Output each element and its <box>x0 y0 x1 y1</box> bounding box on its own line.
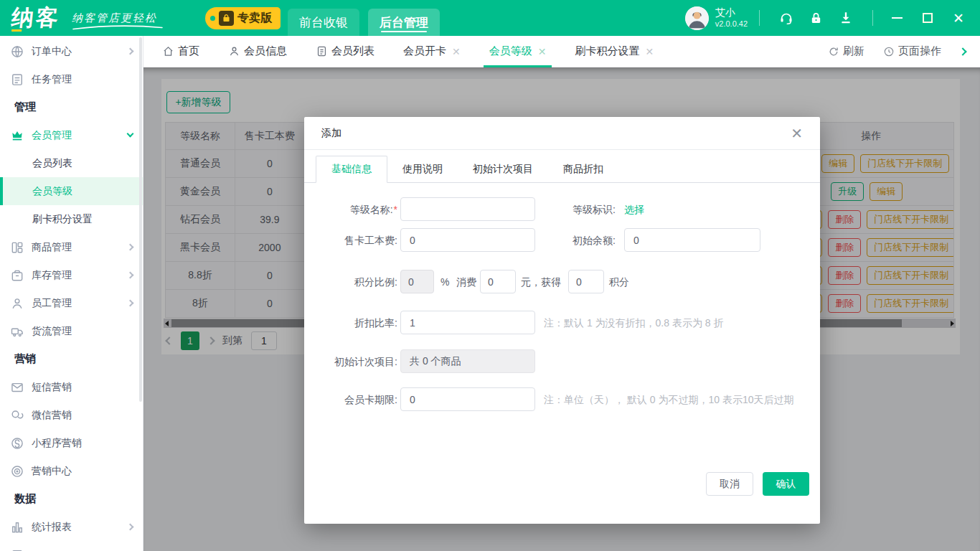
tab-label: 会员列表 <box>331 44 374 58</box>
level-badge-label: 等级标识: <box>544 197 616 222</box>
page-tabbar: 首页 会员信息 会员列表 会员开卡 ✕ 会员等级 ✕ 刷卡积分设置 ✕ 刷新 <box>143 36 980 67</box>
card-fee-input[interactable] <box>400 228 535 252</box>
sidebar-item-task-mgmt[interactable]: 任务管理 <box>0 65 143 93</box>
page-ops-label: 页面操作 <box>898 44 941 58</box>
sidebar-item-statistics[interactable]: 统计报表 <box>0 513 143 541</box>
tab-member-info[interactable]: 会员信息 <box>228 36 287 67</box>
card-expiry-input[interactable] <box>400 387 535 411</box>
close-window-button[interactable]: ✕ <box>953 11 964 25</box>
support-headset-icon[interactable] <box>778 10 794 26</box>
confirm-button[interactable]: 确认 <box>763 472 809 496</box>
user-info[interactable]: 艾小 v2.0.0.42 <box>685 6 748 30</box>
chevron-right-icon <box>127 524 134 531</box>
sidebar-item-partial[interactable] <box>0 541 143 551</box>
close-tab-icon[interactable]: ✕ <box>645 46 654 57</box>
back-office-button[interactable]: 后台管理 <box>368 9 440 36</box>
tab-goods-discount[interactable]: 商品折扣 <box>548 156 618 182</box>
download-icon[interactable] <box>838 10 854 26</box>
sidebar-item-label: 员工管理 <box>32 297 72 310</box>
init-balance-input[interactable] <box>624 228 760 252</box>
close-tab-icon[interactable]: ✕ <box>538 46 547 57</box>
tab-label: 会员等级 <box>489 44 532 58</box>
app-window: 纳客 纳客管店更轻松 专卖版 前台收银 后台管理 艾小 v2.0.0.42 <box>0 0 980 551</box>
user-icon <box>228 45 240 57</box>
user-name: 艾小 <box>715 6 748 19</box>
sidebar-item-label: 会员管理 <box>32 129 72 142</box>
close-tab-icon[interactable]: ✕ <box>452 46 461 57</box>
cancel-button[interactable]: 取消 <box>706 472 753 496</box>
tab-card-points-settings[interactable]: 刷卡积分设置 ✕ <box>575 36 654 67</box>
top-header: 纳客 纳客管店更轻松 专卖版 前台收银 后台管理 艾小 v2.0.0.42 <box>0 0 980 36</box>
sidebar-item-wechat-marketing[interactable]: 微信营销 <box>0 401 143 429</box>
level-name-input[interactable] <box>400 197 535 221</box>
avatar <box>685 6 709 30</box>
window-controls: ✕ <box>892 11 964 25</box>
close-icon[interactable]: ✕ <box>791 126 803 141</box>
brand-tagline: 纳客管店更轻松 <box>72 11 164 25</box>
refresh-label: 刷新 <box>843 44 864 58</box>
sidebar-item-label: 任务管理 <box>32 73 72 86</box>
tab-label: 首页 <box>178 44 199 58</box>
init-count-value[interactable]: 共 0 个商品 <box>400 349 535 373</box>
chart-icon <box>10 520 24 534</box>
discount-input[interactable] <box>400 311 535 334</box>
level-name-label: 等级名称:* <box>321 197 397 222</box>
card-expiry-note: 注：单位（天）， 默认 0 为不过期，10 表示10天后过期 <box>544 387 794 412</box>
form-row-discount: 折扣比率: 注：默认 1 为没有折扣，0.8 表示为 8 折 <box>321 311 803 335</box>
tab-member-open-card[interactable]: 会员开卡 ✕ <box>403 36 461 67</box>
sidebar-item-staff-mgmt[interactable]: 员工管理 <box>0 289 143 317</box>
form-row-card-fee: 售卡工本费: 初始余额: <box>321 228 803 253</box>
sidebar-item-label: 统计报表 <box>32 521 72 534</box>
settings-icon <box>10 548 24 551</box>
minimize-button[interactable] <box>892 17 903 19</box>
sidebar-section-mgmt: 管理 <box>0 93 143 121</box>
page-ops-icon <box>883 46 895 57</box>
sidebar-subitem-member-list[interactable]: 会员列表 <box>0 149 143 177</box>
sidebar-item-order-center[interactable]: 订单中心 <box>0 37 143 65</box>
discount-note: 注：默认 1 为没有折扣，0.8 表示为 8 折 <box>544 311 723 335</box>
sidebar-subitem-member-level[interactable]: 会员等级 <box>0 177 143 205</box>
sidebar-item-label: 库存管理 <box>32 269 72 282</box>
tab-home[interactable]: 首页 <box>162 36 199 67</box>
tabbar-actions: 刷新 页面操作 <box>828 44 966 58</box>
sidebar: 订单中心 任务管理 管理 会员管理 会员列表 会员等级 刷卡积分设置 商品管理 <box>0 36 143 551</box>
choose-badge-link[interactable]: 选择 <box>624 197 644 222</box>
brand-logo: 纳客 <box>10 3 62 33</box>
form-row-init-count: 初始计次项目: 共 0 个商品 <box>321 349 803 374</box>
modal-title: 添加 <box>321 127 341 140</box>
brand-tagline-wrap: 纳客管店更轻松 <box>72 11 164 30</box>
sidebar-item-goods-mgmt[interactable]: 商品管理 <box>0 233 143 261</box>
sms-icon <box>10 380 24 395</box>
required-asterisk: * <box>394 204 397 215</box>
sidebar-item-inventory-mgmt[interactable]: 库存管理 <box>0 261 143 289</box>
sidebar-subitem-card-points[interactable]: 刷卡积分设置 <box>0 205 143 233</box>
maximize-button[interactable] <box>923 13 933 23</box>
app-version: v2.0.0.42 <box>715 19 748 29</box>
refresh-button[interactable]: 刷新 <box>828 44 864 58</box>
sidebar-item-label: 货流管理 <box>32 325 72 338</box>
tab-member-level[interactable]: 会员等级 ✕ <box>489 36 547 67</box>
form-row-card-expiry: 会员卡期限: 注：单位（天）， 默认 0 为不过期，10 表示10天后过期 <box>321 387 803 412</box>
expand-chevron-icon[interactable] <box>958 47 966 55</box>
sidebar-item-label: 营销中心 <box>32 465 72 478</box>
gain-points-input[interactable] <box>568 270 604 293</box>
sidebar-item-logistics-mgmt[interactable]: 货流管理 <box>0 317 143 345</box>
chevron-down-icon <box>127 131 134 138</box>
front-cashier-button[interactable]: 前台收银 <box>288 9 359 36</box>
sidebar-scrollbar[interactable] <box>139 37 142 402</box>
sidebar-item-miniapp-marketing[interactable]: 小程序营销 <box>0 429 143 457</box>
sidebar-item-member-mgmt[interactable]: 会员管理 <box>0 121 143 149</box>
points-ratio-input <box>400 270 434 293</box>
page-operations-button[interactable]: 页面操作 <box>883 44 941 58</box>
sidebar-item-sms-marketing[interactable]: 短信营销 <box>0 373 143 401</box>
points-suffix-label: 积分 <box>609 270 629 294</box>
tab-basic-info[interactable]: 基础信息 <box>316 156 387 183</box>
shopping-bag-icon <box>219 11 234 26</box>
lock-icon[interactable] <box>809 11 824 26</box>
chevron-right-icon <box>127 244 134 251</box>
sidebar-item-marketing-center[interactable]: 营销中心 <box>0 457 143 485</box>
consume-amount-input[interactable] <box>480 270 516 293</box>
tab-initial-count-items[interactable]: 初始计次项目 <box>458 156 548 182</box>
tab-member-list[interactable]: 会员列表 <box>316 36 374 67</box>
tab-usage-notes[interactable]: 使用说明 <box>387 156 458 182</box>
